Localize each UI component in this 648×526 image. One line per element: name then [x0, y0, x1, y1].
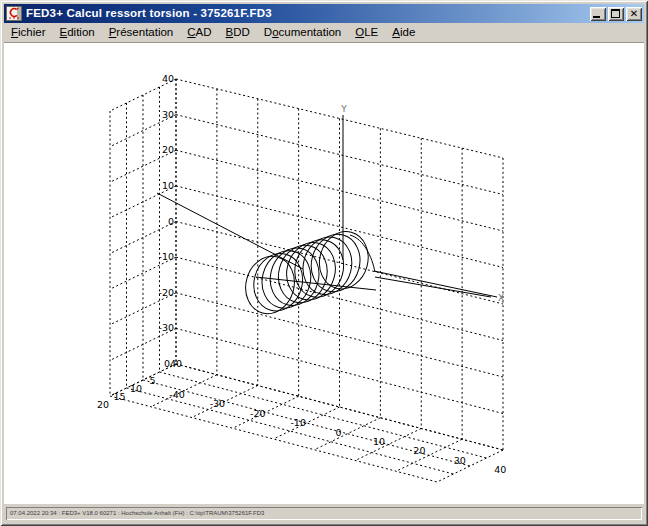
- status-bar: 07.04.2022 20:34 : FED3+ V18.0 60271 : H…: [4, 504, 644, 522]
- menu-item-fichier[interactable]: Fichier: [4, 24, 53, 41]
- spring-coil-loop: [264, 243, 325, 311]
- tick-label: -30: [210, 398, 226, 409]
- menu-bar: FichierEditionPrésentationCADBDDDocument…: [4, 23, 644, 42]
- tick-label: -20: [158, 287, 174, 298]
- spring-icon: [7, 7, 21, 20]
- menu-item-documentation[interactable]: Documentation: [257, 24, 348, 41]
- menu-item-aide[interactable]: Aide: [385, 24, 422, 41]
- spring-coil-loop: [239, 251, 300, 319]
- maximize-icon: [611, 9, 620, 18]
- tick-label: 40: [162, 73, 174, 84]
- tick-label: Y: [340, 104, 347, 114]
- menu-item-cad[interactable]: CAD: [180, 24, 218, 41]
- app-icon[interactable]: [6, 6, 22, 21]
- window-title: FED3+ Calcul ressort torsion - 375261F.F…: [26, 7, 586, 20]
- tick-label: 30: [162, 109, 174, 120]
- grid-back-wall: [176, 79, 503, 450]
- tick-label: 15: [113, 391, 125, 402]
- tick-label: 40: [170, 358, 182, 369]
- tick-label: 10: [373, 436, 385, 447]
- tick-label: -20: [250, 408, 266, 419]
- application-window: FED3+ Calcul ressort torsion - 375261F.F…: [0, 0, 648, 526]
- spring-coil-loop: [248, 248, 309, 316]
- spring-coil-loop: [289, 234, 350, 302]
- tick-label: 10: [130, 383, 142, 394]
- menu-item-prsentation[interactable]: Présentation: [102, 24, 181, 41]
- spring-coil-loop: [272, 240, 333, 308]
- close-button[interactable]: ✕: [626, 7, 642, 21]
- plot-client-area: 403020100-10-20-300405101520-40-30-20-10…: [4, 42, 644, 504]
- tick-label: X: [498, 293, 504, 303]
- window-controls: ✕: [590, 7, 642, 21]
- tick-label: 20: [413, 445, 425, 456]
- spring-coil-loop: [297, 232, 358, 300]
- tick-label: -10: [290, 417, 306, 428]
- spring-coil-loop: [280, 237, 341, 305]
- tick-label: 20: [162, 144, 174, 155]
- tick-labels: 403020100-10-20-300405101520-40-30-20-10…: [97, 73, 506, 475]
- minimize-icon: [593, 16, 600, 18]
- tick-label: 10: [162, 180, 174, 191]
- grid-left-wall: [110, 79, 176, 396]
- tick-label: 5: [149, 375, 155, 386]
- spring-coil-loop: [256, 245, 317, 313]
- spring-wire: [157, 193, 497, 319]
- minimize-button[interactable]: [590, 7, 606, 21]
- tick-label: -30: [158, 322, 174, 333]
- grid-floor: [110, 364, 503, 482]
- tick-label: 20: [97, 399, 109, 410]
- title-bar[interactable]: FED3+ Calcul ressort torsion - 375261F.F…: [4, 4, 644, 23]
- status-text: 07.04.2022 20:34 : FED3+ V18.0 60271 : H…: [6, 507, 642, 520]
- tick-label: -10: [158, 251, 174, 262]
- tick-label: 40: [494, 464, 506, 475]
- menu-item-bdd[interactable]: BDD: [219, 24, 257, 41]
- menu-item-edition[interactable]: Edition: [53, 24, 102, 41]
- maximize-button[interactable]: [608, 7, 624, 21]
- torsion-spring-3d-plot: 403020100-10-20-300405101520-40-30-20-10…: [4, 43, 644, 503]
- close-icon: ✕: [626, 7, 642, 21]
- menu-item-ole[interactable]: OLE: [348, 24, 385, 41]
- tick-label: 30: [454, 455, 466, 466]
- tick-label: 0: [336, 427, 342, 438]
- tick-label: 0: [168, 216, 174, 227]
- tick-label: -40: [169, 389, 185, 400]
